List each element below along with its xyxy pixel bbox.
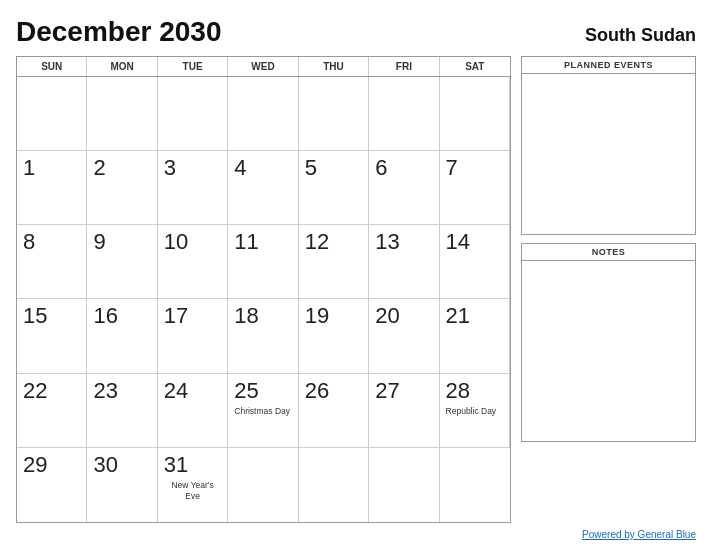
day-number: 13 — [375, 229, 399, 255]
main-content: SUNMONTUEWEDTHUFRISAT 123456789101112131… — [16, 56, 696, 523]
day-cell: 20 — [369, 299, 439, 373]
day-number: 26 — [305, 378, 329, 404]
day-cell: 9 — [87, 225, 157, 299]
day-number: 2 — [93, 155, 105, 181]
day-cell: 22 — [17, 374, 87, 448]
right-panel: PLANNED EVENTS NOTES — [521, 56, 696, 523]
day-cell: 12 — [299, 225, 369, 299]
day-number: 3 — [164, 155, 176, 181]
day-cell: 27 — [369, 374, 439, 448]
day-cell — [440, 448, 510, 522]
day-number: 11 — [234, 229, 258, 255]
day-cell: 26 — [299, 374, 369, 448]
day-cell: 21 — [440, 299, 510, 373]
day-number: 25 — [234, 378, 258, 404]
day-cell: 31New Year's Eve — [158, 448, 228, 522]
day-cell: 6 — [369, 151, 439, 225]
day-cell: 1 — [17, 151, 87, 225]
planned-events-label: PLANNED EVENTS — [522, 57, 695, 74]
day-cell: 29 — [17, 448, 87, 522]
powered-by-link[interactable]: Powered by General Blue — [582, 529, 696, 540]
holiday-name: New Year's Eve — [164, 480, 221, 502]
day-number: 8 — [23, 229, 35, 255]
holiday-name: Christmas Day — [234, 406, 290, 417]
day-header: SAT — [440, 57, 510, 76]
day-number: 29 — [23, 452, 47, 478]
month-year-title: December 2030 — [16, 16, 221, 48]
day-cell: 2 — [87, 151, 157, 225]
day-headers: SUNMONTUEWEDTHUFRISAT — [17, 57, 510, 77]
day-cell: 23 — [87, 374, 157, 448]
day-number: 17 — [164, 303, 188, 329]
day-number: 6 — [375, 155, 387, 181]
day-cell: 16 — [87, 299, 157, 373]
day-number: 9 — [93, 229, 105, 255]
day-cell: 24 — [158, 374, 228, 448]
day-number: 14 — [446, 229, 470, 255]
day-number: 21 — [446, 303, 470, 329]
day-number: 27 — [375, 378, 399, 404]
day-header: SUN — [17, 57, 87, 76]
calendar-page: December 2030 South Sudan SUNMONTUEWEDTH… — [0, 0, 712, 550]
planned-events-box: PLANNED EVENTS — [521, 56, 696, 235]
day-number: 15 — [23, 303, 47, 329]
day-number: 10 — [164, 229, 188, 255]
day-cell: 11 — [228, 225, 298, 299]
day-header: MON — [87, 57, 157, 76]
day-cell — [299, 77, 369, 151]
day-number: 1 — [23, 155, 35, 181]
day-cell — [158, 77, 228, 151]
day-header: WED — [228, 57, 298, 76]
day-number: 5 — [305, 155, 317, 181]
day-number: 20 — [375, 303, 399, 329]
day-cell: 15 — [17, 299, 87, 373]
day-cell: 19 — [299, 299, 369, 373]
day-cell: 25Christmas Day — [228, 374, 298, 448]
notes-box: NOTES — [521, 243, 696, 442]
notes-body — [522, 261, 695, 441]
country-title: South Sudan — [585, 25, 696, 46]
day-number: 4 — [234, 155, 246, 181]
day-number: 31 — [164, 452, 188, 478]
day-number: 30 — [93, 452, 117, 478]
footer: Powered by General Blue — [16, 529, 696, 540]
day-cell — [228, 448, 298, 522]
day-number: 23 — [93, 378, 117, 404]
day-cell — [87, 77, 157, 151]
day-cell — [17, 77, 87, 151]
calendar-grid: 1234567891011121314151617181920212223242… — [17, 77, 510, 522]
day-cell: 28Republic Day — [440, 374, 510, 448]
day-header: FRI — [369, 57, 439, 76]
day-number: 18 — [234, 303, 258, 329]
day-number: 7 — [446, 155, 458, 181]
day-number: 16 — [93, 303, 117, 329]
day-cell — [440, 77, 510, 151]
calendar-section: SUNMONTUEWEDTHUFRISAT 123456789101112131… — [16, 56, 511, 523]
day-cell — [228, 77, 298, 151]
day-cell — [369, 77, 439, 151]
day-header: TUE — [158, 57, 228, 76]
day-number: 22 — [23, 378, 47, 404]
day-cell: 18 — [228, 299, 298, 373]
day-number: 24 — [164, 378, 188, 404]
day-cell — [369, 448, 439, 522]
day-cell — [299, 448, 369, 522]
day-cell: 5 — [299, 151, 369, 225]
day-cell: 30 — [87, 448, 157, 522]
holiday-name: Republic Day — [446, 406, 497, 417]
day-cell: 8 — [17, 225, 87, 299]
notes-label: NOTES — [522, 244, 695, 261]
header: December 2030 South Sudan — [16, 16, 696, 48]
day-number: 12 — [305, 229, 329, 255]
day-cell: 7 — [440, 151, 510, 225]
day-cell: 13 — [369, 225, 439, 299]
day-cell: 3 — [158, 151, 228, 225]
day-number: 28 — [446, 378, 470, 404]
day-cell: 4 — [228, 151, 298, 225]
day-number: 19 — [305, 303, 329, 329]
day-cell: 10 — [158, 225, 228, 299]
day-cell: 17 — [158, 299, 228, 373]
planned-events-body — [522, 74, 695, 234]
day-header: THU — [299, 57, 369, 76]
day-cell: 14 — [440, 225, 510, 299]
